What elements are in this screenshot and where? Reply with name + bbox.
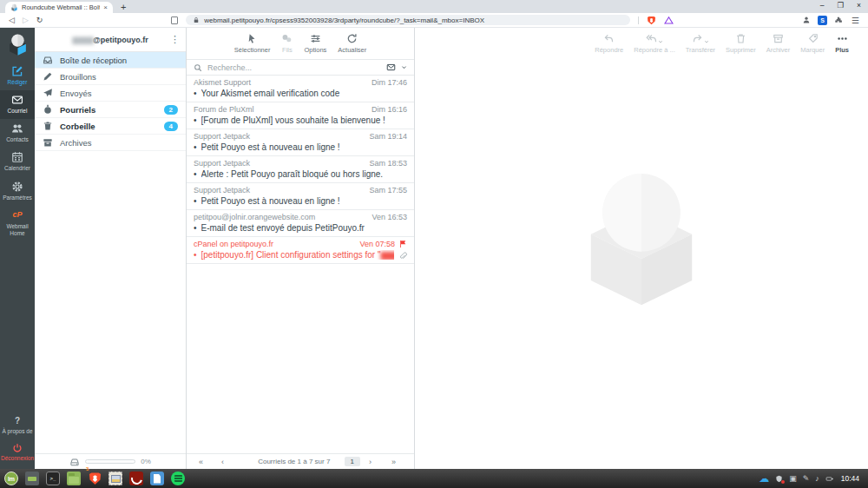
folder-corbeille[interactable]: Corbeille4 [35, 118, 186, 135]
button-icon-row [281, 33, 293, 44]
sidebar-item-compose[interactable]: Rédiger [0, 62, 35, 90]
message-row[interactable]: Forum de PluXmlDim 16:16•[Forum de PluXm… [187, 102, 414, 129]
message-row[interactable]: Support JetpackSam 19:14•Petit Pouyo est… [187, 129, 414, 156]
delete-icon [735, 33, 746, 44]
reading-list-icon[interactable] [171, 16, 178, 24]
maximize-button[interactable]: ❐ [837, 1, 844, 10]
message-row[interactable]: petitpou@jolnir.orangewebsite.comVen 16:… [187, 210, 414, 237]
clipboard-tray-icon[interactable]: ▣ [789, 475, 797, 483]
sidebar-item-webmail-home[interactable]: cPWebmail Home [0, 206, 35, 241]
message-row[interactable]: cPanel on petitpouyo.frVen 07:58•[petitp… [187, 237, 414, 264]
show-desktop-icon[interactable] [25, 472, 39, 485]
preview-pane: RépondreRépondre à ...TransférerSupprime… [415, 28, 868, 469]
extensions-puzzle-icon[interactable] [834, 16, 843, 24]
folder-menu-icon[interactable]: ⋮ [170, 34, 180, 45]
message-date: Sam 18:53 [369, 159, 407, 168]
system-tray: ☁ ▣ ✎ ♪ 10:44 [759, 473, 864, 484]
options-button[interactable]: Options [304, 33, 326, 54]
message-row[interactable]: Akismet SupportDim 17:46•Your Akismet em… [187, 76, 414, 102]
folder-bo-te-de-r-ception[interactable]: Boîte de réception [35, 52, 186, 69]
help-icon: ? [15, 416, 20, 426]
sidebar-item-logout[interactable]: Déconnexion [0, 439, 35, 469]
libreoffice-icon[interactable] [150, 472, 164, 485]
list-toolbar: SélectionnerFilsOptionsActualiser [187, 28, 414, 59]
sidebar-item-mail[interactable]: Courriel [0, 90, 35, 119]
music-note-tray-icon[interactable]: ♪ [815, 475, 819, 483]
button-label: Sélectionner [234, 46, 271, 54]
sidebar-item-calendar[interactable]: Calendrier [0, 148, 35, 176]
tab-close-icon[interactable]: × [103, 4, 108, 11]
button-label: Actualiser [338, 46, 366, 54]
battery-tray-icon[interactable] [825, 475, 833, 483]
button-icon-row [646, 33, 663, 44]
supprimer-button: Supprimer [726, 33, 756, 54]
message-row[interactable]: Support JetpackSam 17:55•Petit Pouyo est… [187, 183, 414, 210]
close-button[interactable]: × [857, 1, 861, 10]
pdf-app-icon[interactable] [129, 472, 143, 485]
fils-button: Fils [281, 33, 293, 54]
account-header[interactable]: ██████@petitpouyo.fr ⋮ [35, 28, 186, 52]
url-bar[interactable]: webmail.petitpouyo.fr/cpsess9352003928/3… [186, 15, 630, 25]
pointer-icon [247, 33, 258, 44]
r-pondre--button: Répondre à ... [634, 33, 675, 54]
menu-icon[interactable]: ☰ [852, 16, 859, 25]
archive-icon [773, 33, 784, 44]
actualiser-button[interactable]: Actualiser [338, 33, 366, 54]
search-scope-chevron-down-icon[interactable] [401, 64, 407, 70]
search-input[interactable] [207, 63, 381, 72]
sidebar-item-contacts[interactable]: Contacts [0, 119, 35, 148]
search-scope-envelope-icon[interactable] [386, 63, 396, 72]
marquer-button: Marquer [800, 33, 825, 54]
extension-triangle-icon[interactable] [664, 16, 674, 25]
next-page-button[interactable]: › [369, 458, 391, 466]
message-list-pane: SélectionnerFilsOptionsActualiser Akisme… [187, 28, 415, 469]
archiver-button: Archiver [766, 33, 791, 54]
folder-pourriels[interactable]: Pourriels2 [35, 102, 186, 118]
s-lectionner-button[interactable]: Sélectionner [234, 33, 271, 54]
back-button[interactable]: ◁ [9, 16, 15, 24]
button-label: Fils [282, 46, 293, 54]
pagination-bar: « ‹ Courriels de 1 à 7 sur 7 1 › » [187, 453, 414, 469]
page-number-input[interactable]: 1 [345, 457, 360, 466]
profile-icon[interactable] [802, 16, 811, 24]
prev-page-button[interactable]: ‹ [221, 458, 244, 466]
plus-button[interactable]: Plus [835, 33, 849, 54]
envelope-icon [11, 94, 23, 106]
terminal-icon[interactable]: >_ [46, 472, 60, 485]
button-label: Archiver [766, 46, 791, 54]
pen-tray-icon[interactable]: ✎ [803, 475, 810, 483]
minimize-button[interactable]: – [820, 1, 825, 10]
brave-shield-icon[interactable] [647, 16, 656, 25]
folder-brouillons[interactable]: Brouillons [35, 69, 186, 85]
junk-icon [43, 104, 53, 115]
compose-icon [11, 65, 23, 77]
cloud-sync-icon[interactable]: ☁ [759, 473, 769, 484]
sidebar-item-about[interactable]: ? À propos de [0, 412, 35, 439]
claws-mail-icon[interactable] [108, 472, 122, 485]
chevron-down-icon [704, 39, 709, 44]
browser-tab[interactable]: Roundcube Webmail :: Boîte de × [5, 2, 113, 13]
file-manager-icon[interactable] [67, 472, 81, 485]
last-page-button[interactable]: » [391, 458, 402, 466]
spotify-icon[interactable] [171, 472, 185, 485]
folder-label: Pourriels [60, 105, 95, 115]
message-header-line: cPanel on petitpouyo.frVen 07:58 [194, 240, 407, 248]
first-page-button[interactable]: « [199, 458, 221, 466]
clock[interactable]: 10:44 [841, 474, 859, 483]
folder-envoy-s[interactable]: Envoyés [35, 85, 186, 102]
sidebar-item-settings[interactable]: Paramètres [0, 177, 35, 206]
sidebar-item-label: Rédiger [8, 79, 28, 86]
message-header-line: petitpou@jolnir.orangewebsite.comVen 16:… [194, 213, 407, 221]
folder-label: Boîte de réception [60, 56, 127, 65]
new-tab-button[interactable]: + [121, 2, 126, 13]
extension-s-icon[interactable]: S [818, 16, 827, 25]
message-row[interactable]: Support JetpackSam 18:53•Alerte : Petit … [187, 156, 414, 183]
brave-icon[interactable]: 3 [88, 472, 102, 485]
folder-label: Archives [60, 138, 91, 148]
mint-menu-icon[interactable]: lm [4, 472, 18, 485]
reload-button[interactable]: ↻ [36, 16, 43, 24]
folder-archives[interactable]: Archives [35, 135, 186, 151]
shield-tray-icon[interactable] [775, 475, 783, 483]
message-subject-line: •[Forum de PluXml] vous souhaite la bien… [194, 115, 407, 125]
forward-button[interactable]: ▷ [23, 16, 29, 24]
